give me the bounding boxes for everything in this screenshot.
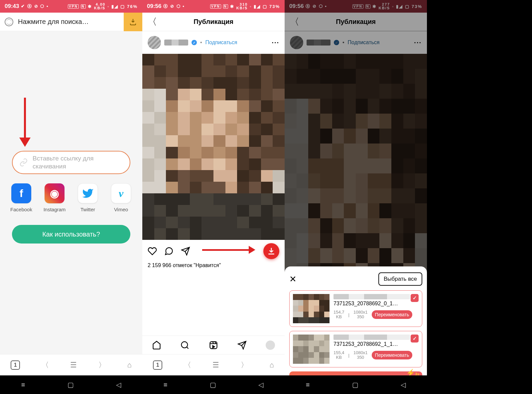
close-icon[interactable]: ✕ xyxy=(289,274,297,284)
browser-bottom-nav: 1 〈 ☰ 〉 ⌂ xyxy=(0,354,142,375)
file-name: 7371253_20788692_1_1… xyxy=(333,341,419,347)
link-icon xyxy=(19,158,28,167)
link-placeholder: Вставьте ссылку для скачивания xyxy=(33,154,123,170)
app-twitter[interactable]: Twitter xyxy=(74,183,101,212)
post-actions xyxy=(142,240,285,262)
avatar[interactable] xyxy=(148,36,161,49)
annotation-arrow-down xyxy=(19,138,31,147)
menu-button[interactable]: ☰ xyxy=(70,361,77,369)
rename-button[interactable]: Переименовать xyxy=(372,310,413,319)
file-checkbox[interactable]: ✓ xyxy=(411,294,419,302)
download-fab[interactable] xyxy=(263,243,279,259)
page-body: Вставьте ссылку для скачивания fFacebook… xyxy=(0,31,142,252)
more-options-icon[interactable]: ··· xyxy=(272,39,279,47)
svg-point-0 xyxy=(182,342,188,348)
file-item-0[interactable]: 7371253_20788692_0_1… ✓ 154,7KB | 1080x1… xyxy=(289,290,422,327)
back-system-button[interactable]: ◁ xyxy=(116,381,121,389)
download-sheet: ✕ Выбрать все 7371253_20788692_0_1… ✓ 15… xyxy=(285,266,427,394)
file-item-1[interactable]: 7371253_20788692_1_1… ✓ 155,4KB | 1080x1… xyxy=(289,331,422,367)
back-icon[interactable]: 〈 xyxy=(148,16,157,28)
tabs-button[interactable]: 1 xyxy=(153,360,162,370)
nav-reels-icon[interactable] xyxy=(209,341,218,350)
apps-row: fFacebook ◉Instagram Twitter vVimeo dDa xyxy=(0,174,142,217)
tabs-button[interactable]: 1 xyxy=(11,360,20,370)
post-author-row: ✓ • Подписаться ··· xyxy=(142,31,285,54)
how-to-use-button[interactable]: Как использовать? xyxy=(12,225,130,244)
link-input[interactable]: Вставьте ссылку для скачивания xyxy=(12,151,130,174)
app-instagram[interactable]: ◉Instagram xyxy=(41,183,68,212)
status-icons-left: ✔ ⓢ ⊘ ⬡ • xyxy=(21,3,49,9)
nav-profile-icon[interactable] xyxy=(266,341,275,350)
home-button[interactable]: ⌂ xyxy=(269,361,274,369)
forward-button[interactable]: 〉 xyxy=(98,360,106,370)
battery-percent: 76% xyxy=(127,4,138,9)
system-nav: ≡▢◁ xyxy=(285,375,427,394)
status-time: 09:43 xyxy=(5,3,19,10)
post-header: 〈 Публикация xyxy=(142,13,285,31)
screen-1-downloader: 09:43 ✔ ⓢ ⊘ ⬡ • VPN N ✱ 4.00KB/S ◦ ▮◢ ▢ … xyxy=(0,0,142,394)
username[interactable] xyxy=(164,40,188,46)
rename-button[interactable]: Переименовать xyxy=(372,351,413,359)
back-button[interactable]: 〈 xyxy=(184,360,191,370)
like-icon[interactable] xyxy=(148,246,157,256)
home-button[interactable]: ⌂ xyxy=(127,361,131,369)
verified-badge-icon: ✓ xyxy=(192,40,197,45)
address-bar[interactable]: Нажмите для поиска… xyxy=(18,18,124,26)
post-image[interactable] xyxy=(142,54,285,240)
downloads-button[interactable] xyxy=(124,13,142,31)
instagram-nav xyxy=(142,336,285,354)
status-bar: 09:56ⓢ ⊘ ⬡ • VPNN✱310KB/S◦ ▮◢ ▢73% xyxy=(142,0,285,13)
nav-messages-icon[interactable] xyxy=(237,341,247,350)
comment-icon[interactable] xyxy=(164,246,174,256)
nfc-icon: N xyxy=(81,4,86,9)
page-title: Публикация xyxy=(194,18,233,26)
status-time: 09:56 xyxy=(147,3,161,10)
screen-2-post: 09:56ⓢ ⊘ ⬡ • VPNN✱310KB/S◦ ▮◢ ▢73% 〈 Пуб… xyxy=(142,0,285,394)
annotation-arrow-right xyxy=(202,246,255,254)
nav-search-icon[interactable] xyxy=(180,341,190,350)
file-name: 7371253_20788692_0_1… xyxy=(333,301,419,307)
recents-button[interactable]: ≡ xyxy=(21,381,25,389)
status-bar: 09:43 ✔ ⓢ ⊘ ⬡ • VPN N ✱ 4.00KB/S ◦ ▮◢ ▢ … xyxy=(0,0,142,13)
file-thumbnail xyxy=(293,294,330,323)
app-vimeo[interactable]: vVimeo xyxy=(108,183,134,212)
app-facebook[interactable]: fFacebook xyxy=(8,183,35,212)
nav-home-icon[interactable] xyxy=(152,341,161,350)
select-all-button[interactable]: Выбрать все xyxy=(378,272,422,286)
menu-button[interactable]: ☰ xyxy=(212,361,219,369)
system-nav: ≡▢◁ xyxy=(0,375,142,394)
back-button[interactable]: 〈 xyxy=(42,360,49,370)
likes-count[interactable]: 2 159 966 отметок "Нравится" xyxy=(142,262,285,268)
system-nav: ≡▢◁ xyxy=(142,375,285,394)
browser-header: Нажмите для поиска… xyxy=(0,13,142,31)
forward-button[interactable]: 〉 xyxy=(241,360,248,370)
home-system-button[interactable]: ▢ xyxy=(67,381,74,389)
file-thumbnail xyxy=(293,335,330,364)
screen-3-download-sheet: 09:56ⓢ ⊘ ⬡ • VPNN✱277KB/S◦ ▮◢ ▢73% 〈 Пуб… xyxy=(285,0,427,394)
follow-link[interactable]: Подписаться xyxy=(205,40,237,46)
share-icon[interactable] xyxy=(181,246,190,256)
globe-icon[interactable] xyxy=(5,18,13,26)
vpn-icon: VPN xyxy=(68,4,79,9)
file-checkbox[interactable]: ✓ xyxy=(411,335,419,343)
browser-bottom-nav: 1 〈 ☰ 〉 ⌂ xyxy=(142,354,285,375)
